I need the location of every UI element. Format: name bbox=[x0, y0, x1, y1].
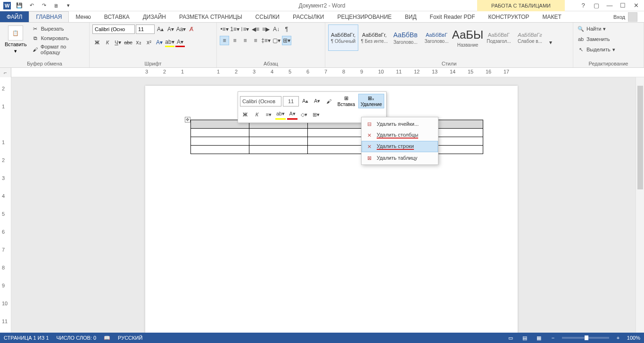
vertical-scrollbar[interactable] bbox=[636, 77, 644, 333]
select-button[interactable]: ↖Выделить▾ bbox=[576, 45, 641, 54]
style-subtitle[interactable]: АаБбВвГПодзагол... bbox=[484, 24, 514, 51]
mini-font-combo[interactable]: Calibri (Основ bbox=[240, 96, 281, 106]
clear-formatting-button[interactable]: A̸ bbox=[187, 24, 196, 34]
mini-bold[interactable]: Ж bbox=[240, 109, 250, 120]
save-button[interactable]: 💾 bbox=[14, 0, 25, 11]
italic-button[interactable]: К bbox=[103, 38, 112, 47]
find-button[interactable]: 🔍Найти▾ bbox=[576, 24, 641, 33]
font-color-button[interactable]: A▾ bbox=[175, 38, 185, 47]
status-page[interactable]: СТРАНИЦА 1 ИЗ 1 bbox=[4, 335, 49, 341]
undo-button[interactable]: ↶ bbox=[26, 0, 37, 11]
document-table[interactable] bbox=[190, 120, 483, 154]
style-subtle-emphasis[interactable]: АаБбВвГгСлабое в... bbox=[515, 24, 545, 51]
style-heading1[interactable]: АаБбВвЗаголово... bbox=[390, 24, 421, 51]
tab-review[interactable]: РЕЦЕНЗИРОВАНИЕ bbox=[330, 11, 398, 22]
sort-button[interactable]: A↓ bbox=[272, 24, 281, 34]
styles-more-button[interactable]: ▾ bbox=[546, 38, 555, 47]
menu-delete-cells[interactable]: ⊟Удалить ячейки... bbox=[362, 118, 438, 130]
show-marks-button[interactable]: ¶ bbox=[282, 24, 291, 34]
grow-font-button[interactable]: A▴ bbox=[156, 24, 165, 34]
style-title[interactable]: АаБЫНазвание bbox=[453, 24, 483, 51]
mini-shrink-font[interactable]: A▾ bbox=[312, 96, 322, 106]
tab-design[interactable]: ДИЗАЙН bbox=[136, 11, 173, 22]
tab-page-layout[interactable]: РАЗМЕТКА СТРАНИЦЫ bbox=[173, 11, 249, 22]
ribbon-options-button[interactable]: ▢ bbox=[590, 0, 603, 11]
subscript-button[interactable]: x₂ bbox=[134, 38, 143, 47]
mini-align[interactable]: ≡▾ bbox=[264, 109, 274, 120]
styles-gallery[interactable]: АаБбВвГг,¶ Обычный АаБбВвГг,¶ Без инте..… bbox=[328, 24, 570, 60]
maximize-button[interactable]: ☐ bbox=[617, 0, 629, 11]
replace-button[interactable]: abЗаменить bbox=[576, 35, 641, 43]
borders-button[interactable]: ⊞▾ bbox=[282, 36, 291, 45]
numbering-button[interactable]: 1≡▾ bbox=[230, 24, 239, 34]
table-row[interactable] bbox=[191, 129, 483, 137]
sign-in[interactable]: Вход bbox=[607, 11, 644, 22]
justify-button[interactable]: ≡ bbox=[251, 36, 260, 45]
font-size-combo[interactable]: 11 bbox=[136, 24, 155, 34]
mini-shading[interactable]: ◇▾ bbox=[299, 109, 309, 120]
minimize-button[interactable]: — bbox=[603, 0, 616, 11]
zoom-slider-thumb[interactable] bbox=[585, 335, 588, 340]
strikethrough-button[interactable]: abc bbox=[124, 38, 133, 47]
format-painter-button[interactable]: 🖌Формат по образцу bbox=[31, 43, 86, 56]
menu-delete-columns[interactable]: ✕Удалить столбцы bbox=[362, 130, 438, 141]
style-no-spacing[interactable]: АаБбВвГг,¶ Без инте... bbox=[359, 24, 389, 51]
underline-button[interactable]: Ч▾ bbox=[113, 38, 123, 47]
paste-button[interactable]: 📋 Вставить ▾ bbox=[3, 24, 29, 60]
mini-font-color[interactable]: A▾ bbox=[287, 109, 297, 120]
shading-button[interactable]: ▢▾ bbox=[272, 36, 281, 45]
tab-references[interactable]: ССЫЛКИ bbox=[249, 11, 286, 22]
view-read-mode[interactable]: ▭ bbox=[505, 334, 516, 342]
multilevel-button[interactable]: ⁞≡▾ bbox=[240, 24, 250, 34]
status-spellcheck-icon[interactable]: 📖 bbox=[104, 335, 110, 341]
tab-home[interactable]: ГЛАВНАЯ bbox=[29, 11, 69, 22]
zoom-out-button[interactable]: − bbox=[548, 334, 558, 342]
mini-delete-button[interactable]: ⊞ₓУдаление bbox=[358, 94, 384, 108]
redo-button[interactable]: ↷ bbox=[39, 0, 49, 11]
tab-table-layout[interactable]: МАКЕТ bbox=[536, 11, 568, 22]
view-print-layout[interactable]: ▤ bbox=[520, 334, 530, 342]
shrink-font-button[interactable]: A▾ bbox=[166, 24, 175, 34]
menu-delete-table[interactable]: ⊠Удалить таблицу bbox=[362, 152, 438, 163]
mini-grow-font[interactable]: A▴ bbox=[300, 96, 311, 106]
qat-customize[interactable]: ▾ bbox=[63, 0, 74, 11]
bullets-button[interactable]: •≡▾ bbox=[220, 24, 229, 34]
change-case-button[interactable]: Aa▾ bbox=[176, 24, 186, 34]
mini-highlight[interactable]: ab▾ bbox=[275, 109, 286, 120]
bold-button[interactable]: Ж bbox=[92, 38, 102, 47]
style-heading2[interactable]: АаБбВвГЗаголово... bbox=[421, 24, 452, 51]
align-left-button[interactable]: ≡ bbox=[220, 36, 229, 45]
help-button[interactable]: ? bbox=[577, 0, 589, 11]
mini-format-painter[interactable]: 🖌 bbox=[324, 96, 334, 106]
view-web-layout[interactable]: ▦ bbox=[534, 334, 544, 342]
scrollbar-thumb[interactable] bbox=[637, 86, 643, 189]
line-spacing-button[interactable]: ‡≡▾ bbox=[261, 36, 271, 45]
zoom-level[interactable]: 100% bbox=[627, 335, 640, 341]
mini-size-combo[interactable]: 11 bbox=[283, 96, 298, 106]
cut-button[interactable]: ✂Вырезать bbox=[31, 24, 86, 33]
status-language[interactable]: РУССКИЙ bbox=[118, 335, 142, 341]
tab-menu[interactable]: Меню bbox=[69, 11, 97, 22]
menu-delete-rows[interactable]: ✕Удалить строки bbox=[362, 141, 438, 152]
ruler-corner[interactable]: ⌐ bbox=[0, 68, 11, 77]
font-name-combo[interactable]: Calibri (Осно bbox=[92, 24, 135, 34]
mini-insert-button[interactable]: ⊞Вставка bbox=[336, 94, 357, 108]
decrease-indent-button[interactable]: ◀≡ bbox=[251, 24, 260, 34]
zoom-slider[interactable] bbox=[562, 337, 609, 339]
table-row[interactable] bbox=[191, 146, 483, 154]
tab-view[interactable]: ВИД bbox=[398, 11, 423, 22]
style-normal[interactable]: АаБбВвГг,¶ Обычный bbox=[328, 24, 358, 51]
copy-button[interactable]: ⧉Копировать bbox=[31, 34, 86, 42]
text-effects-button[interactable]: A▾ bbox=[155, 38, 164, 47]
table-move-handle[interactable]: ✥ bbox=[185, 117, 190, 122]
mini-borders[interactable]: ⊞▾ bbox=[311, 109, 321, 120]
increase-indent-button[interactable]: ≡▶ bbox=[261, 24, 271, 34]
table-row[interactable] bbox=[191, 137, 483, 146]
close-button[interactable]: ✕ bbox=[630, 0, 642, 11]
tab-constructor[interactable]: КОНСТРУКТОР bbox=[482, 11, 536, 22]
tab-foxit[interactable]: Foxit Reader PDF bbox=[423, 11, 482, 22]
zoom-in-button[interactable]: + bbox=[613, 334, 623, 342]
tab-mailings[interactable]: РАССЫЛКИ bbox=[286, 11, 330, 22]
new-doc-button[interactable]: 🗎 bbox=[51, 0, 61, 11]
align-center-button[interactable]: ≡ bbox=[230, 36, 239, 45]
